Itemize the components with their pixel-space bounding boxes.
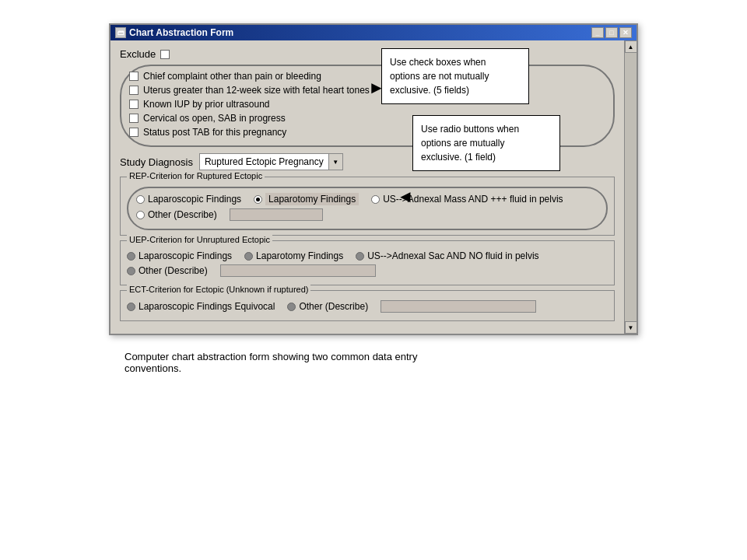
uep-radio-label-4: Other (Describe): [139, 265, 208, 276]
ect-radio-label-2: Other (Describe): [299, 301, 368, 312]
ect-radio-item-2: Other (Describe): [287, 301, 368, 312]
scroll-track: [625, 53, 637, 321]
rep-section-title: REP-Criterion for Ruptured Ectopic: [127, 171, 265, 180]
uep-radio-label-3: US-->Adnexal Sac AND NO fluid in pelvis: [367, 250, 538, 261]
checkbox-3[interactable]: [129, 100, 139, 109]
checkbox-item-1: Chief complaint other than pain or bleed…: [129, 71, 605, 82]
window-content: Exclude Chief complaint other than pain …: [110, 40, 624, 334]
exclude-checkbox[interactable]: [160, 50, 170, 59]
chart-abstraction-window: 🗃 Chart Abstraction Form _ □ ✕ Exclude: [109, 23, 638, 335]
window-title: Chart Abstraction Form: [129, 27, 233, 38]
rep-other-input[interactable]: [230, 208, 323, 221]
checkbox-1[interactable]: [129, 72, 139, 81]
title-bar-left: 🗃 Chart Abstraction Form: [115, 27, 233, 38]
rep-radio-4[interactable]: [136, 211, 145, 219]
tooltip-radiobuttons: Use radio buttons when options are mutua…: [412, 115, 560, 171]
rep-radio-label-1: Laparoscopic Findings: [148, 194, 241, 205]
uep-section-title: UEP-Criterion for Unruptured Ectopic: [127, 235, 272, 244]
tooltip1-arrow: ◄: [368, 78, 385, 98]
ect-radio-label-1: Laparoscopic Findings Equivocal: [139, 301, 275, 312]
rep-radio-3[interactable]: [371, 195, 380, 204]
caption-text: Computer chart abstraction form showing …: [124, 351, 417, 374]
tooltip2-arrow: ◄: [397, 187, 414, 207]
rep-radio-item-4: Other (Describe): [136, 209, 217, 220]
uep-radio-row-1: Laparoscopic Findings Laparotomy Finding…: [127, 250, 608, 261]
exclude-label: Exclude: [120, 48, 615, 60]
rep-radio-item-1: Laparoscopic Findings: [136, 194, 241, 205]
rep-radio-2[interactable]: [254, 195, 262, 204]
uep-radio-label-2: Laparotomy Findings: [256, 250, 343, 261]
uep-radio-item-3: US-->Adnexal Sac AND NO fluid in pelvis: [356, 250, 538, 261]
checkbox-label-5: Status post TAB for this pregnancy: [143, 127, 286, 138]
dropdown-arrow[interactable]: ▼: [328, 154, 342, 170]
title-bar: 🗃 Chart Abstraction Form _ □ ✕: [110, 25, 637, 40]
page-container: 🗃 Chart Abstraction Form _ □ ✕ Exclude: [0, 0, 747, 397]
window-icon: 🗃: [115, 27, 126, 38]
maximize-button[interactable]: □: [605, 27, 618, 38]
rep-radio-row-2: Other (Describe): [136, 208, 598, 221]
ect-section: ECT-Criterion for Ectopic (Unknown if ru…: [120, 290, 615, 321]
study-diagnosis-value: Ruptured Ectopic Pregnancy: [200, 155, 328, 169]
rep-radio-label-4: Other (Describe): [148, 209, 217, 220]
rep-radio-oval: Laparoscopic Findings Laparotomy Finding…: [127, 187, 608, 230]
rep-radio-label-2: Laparotomy Findings: [265, 193, 359, 205]
rep-radio-1[interactable]: [136, 195, 145, 204]
uep-radio-4[interactable]: [127, 267, 135, 275]
ect-radio-1[interactable]: [127, 303, 135, 311]
scrollbar[interactable]: ▲ ▼: [624, 40, 637, 334]
rep-radio-row-1: Laparoscopic Findings Laparotomy Finding…: [136, 193, 598, 205]
close-button[interactable]: ✕: [619, 27, 632, 38]
uep-radio-2[interactable]: [244, 252, 253, 261]
ect-radio-item-1: Laparoscopic Findings Equivocal: [127, 301, 275, 312]
checkbox-label-3: Known IUP by prior ultrasound: [143, 99, 270, 110]
checkbox-label-2: Uterus greater than 12-week size with fe…: [143, 85, 370, 96]
uep-other-input[interactable]: [220, 264, 376, 277]
uep-radio-label-1: Laparoscopic Findings: [139, 250, 232, 261]
title-bar-buttons: _ □ ✕: [591, 27, 632, 38]
scroll-down-button[interactable]: ▼: [625, 321, 637, 334]
uep-radio-item-2: Laparotomy Findings: [244, 250, 343, 261]
uep-section: UEP-Criterion for Unruptured Ectopic Lap…: [120, 240, 615, 285]
ect-section-title: ECT-Criterion for Ectopic (Unknown if ru…: [127, 285, 310, 294]
ect-radio-2[interactable]: [287, 303, 296, 311]
checkbox-label-4: Cervical os open, SAB in progress: [143, 113, 286, 124]
rep-section: REP-Criterion for Ruptured Ectopic Lapar…: [120, 177, 615, 236]
checkbox-label-1: Chief complaint other than pain or bleed…: [143, 71, 321, 82]
uep-radio-1[interactable]: [127, 252, 135, 261]
checkbox-4[interactable]: [129, 114, 139, 123]
tooltip1-text: Use check boxes when options are not mut…: [390, 57, 489, 96]
scroll-up-button[interactable]: ▲: [625, 40, 637, 53]
checkbox-item-3: Known IUP by prior ultrasound: [129, 99, 605, 110]
checkbox-item-2: Uterus greater than 12-week size with fe…: [129, 85, 605, 96]
checkbox-2[interactable]: [129, 86, 139, 95]
minimize-button[interactable]: _: [591, 27, 604, 38]
uep-radio-row-2: Other (Describe): [127, 264, 608, 277]
uep-radio-item-4: Other (Describe): [127, 265, 208, 276]
uep-radio-3[interactable]: [356, 252, 364, 261]
uep-radio-item-1: Laparoscopic Findings: [127, 250, 232, 261]
tooltip2-text: Use radio buttons when options are mutua…: [421, 124, 519, 163]
rep-radio-item-2: Laparotomy Findings: [254, 193, 359, 205]
ect-radio-row-1: Laparoscopic Findings Equivocal Other (D…: [127, 300, 608, 313]
tooltip-checkboxes: Use check boxes when options are not mut…: [381, 48, 529, 104]
ect-other-input[interactable]: [381, 300, 536, 313]
study-diagnosis-label: Study Diagnosis: [120, 156, 193, 168]
checkbox-5[interactable]: [129, 128, 139, 137]
study-diagnosis-select[interactable]: Ruptured Ectopic Pregnancy ▼: [199, 153, 343, 170]
